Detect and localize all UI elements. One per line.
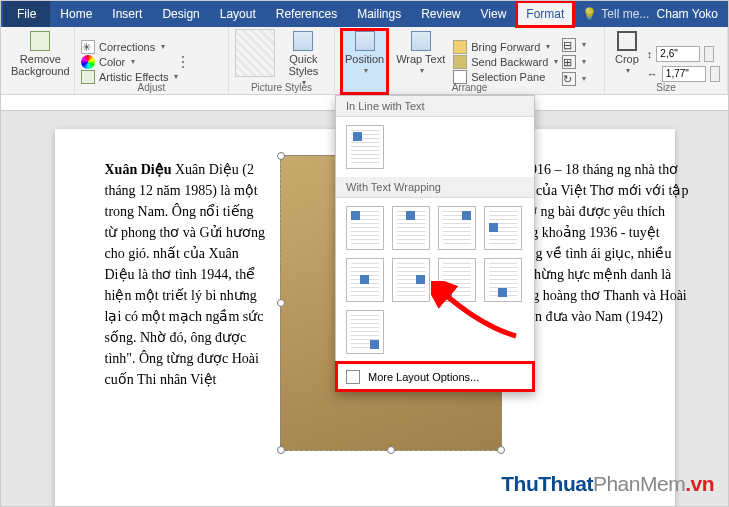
position-inline-option[interactable]: [346, 125, 384, 169]
position-top-right[interactable]: [438, 206, 476, 250]
send-backward-button[interactable]: Send Backward▾: [453, 55, 558, 69]
dropdown-header-wrapping: With Text Wrapping: [336, 177, 534, 198]
position-icon: [355, 31, 375, 51]
align-button[interactable]: ⊟▾: [562, 38, 586, 52]
resize-handle-w[interactable]: [277, 299, 285, 307]
tab-insert[interactable]: Insert: [102, 1, 152, 27]
position-dropdown: In Line with Text With Text Wrapping Mor…: [335, 95, 535, 392]
tab-review[interactable]: Review: [411, 1, 470, 27]
quick-styles-icon: [293, 31, 313, 51]
position-bot-right[interactable]: [346, 310, 384, 354]
color-button[interactable]: Color▾: [81, 55, 178, 69]
group-button[interactable]: ⊞▾: [562, 55, 586, 69]
width-input[interactable]: [662, 66, 706, 82]
tab-view[interactable]: View: [471, 1, 517, 27]
group-adjust-label: Adjust: [75, 82, 228, 93]
layout-options-icon: [346, 370, 360, 384]
text-left: Xuân Diệu Xuân Diệu (2 tháng 12 năm 1985…: [105, 159, 270, 390]
group-arrange-label: Arrange: [335, 82, 604, 93]
send-backward-icon: [453, 55, 467, 69]
group-size-label: Size: [605, 82, 727, 93]
resize-handle-se[interactable]: [497, 446, 505, 454]
position-mid-center[interactable]: [346, 258, 384, 302]
corrections-icon: ✳: [81, 40, 95, 54]
align-icon: ⊟: [562, 38, 576, 52]
height-input[interactable]: [656, 46, 700, 62]
tab-references[interactable]: References: [266, 1, 347, 27]
remove-background-button[interactable]: Remove Background: [7, 29, 74, 94]
group-picture-styles-label: Picture Styles: [229, 82, 334, 93]
resize-handle-s[interactable]: [387, 446, 395, 454]
crop-icon: [617, 31, 637, 51]
width-icon: ↔: [647, 68, 658, 80]
change-picture-icon[interactable]: [182, 61, 184, 63]
group-icon: ⊞: [562, 55, 576, 69]
wrap-text-icon: [411, 31, 431, 51]
ribbon: Remove Background ✳Corrections▾ Color▾ A…: [1, 27, 728, 95]
height-spinner[interactable]: [704, 46, 714, 62]
bring-forward-icon: [453, 40, 467, 54]
bulb-icon: 💡: [582, 7, 597, 21]
tell-me[interactable]: 💡Tell me...: [582, 7, 649, 21]
remove-bg-icon: [30, 31, 50, 51]
tab-mailings[interactable]: Mailings: [347, 1, 411, 27]
width-spinner[interactable]: [710, 66, 720, 82]
tab-design[interactable]: Design: [152, 1, 209, 27]
watermark: ThuThuatPhanMem.vn: [501, 472, 714, 496]
tab-file[interactable]: File: [3, 1, 50, 27]
ribbon-tabs: File Home Insert Design Layout Reference…: [1, 1, 728, 27]
tab-layout[interactable]: Layout: [210, 1, 266, 27]
bring-forward-button[interactable]: Bring Forward▾: [453, 40, 558, 54]
picture-styles-gallery[interactable]: [235, 29, 275, 77]
tab-home[interactable]: Home: [50, 1, 102, 27]
position-mid-right[interactable]: [392, 258, 430, 302]
dropdown-header-inline: In Line with Text: [336, 96, 534, 117]
position-top-center[interactable]: [392, 206, 430, 250]
corrections-button[interactable]: ✳Corrections▾: [81, 40, 178, 54]
text-right: n 1916 – 18 tháng ng nhà thơ lớn của Việ…: [513, 159, 693, 327]
position-top-left[interactable]: [346, 206, 384, 250]
tab-format[interactable]: Format: [516, 1, 574, 27]
position-mid-left[interactable]: [484, 206, 522, 250]
resize-handle-nw[interactable]: [277, 152, 285, 160]
position-bot-left[interactable]: [438, 258, 476, 302]
more-layout-options[interactable]: More Layout Options...: [336, 362, 534, 391]
resize-handle-sw[interactable]: [277, 446, 285, 454]
color-icon: [81, 55, 95, 69]
position-bot-center[interactable]: [484, 258, 522, 302]
compress-icon[interactable]: [182, 56, 184, 58]
user-name[interactable]: Cham Yoko: [657, 7, 728, 21]
reset-picture-icon[interactable]: [182, 66, 184, 68]
height-icon: ↕: [647, 48, 653, 60]
